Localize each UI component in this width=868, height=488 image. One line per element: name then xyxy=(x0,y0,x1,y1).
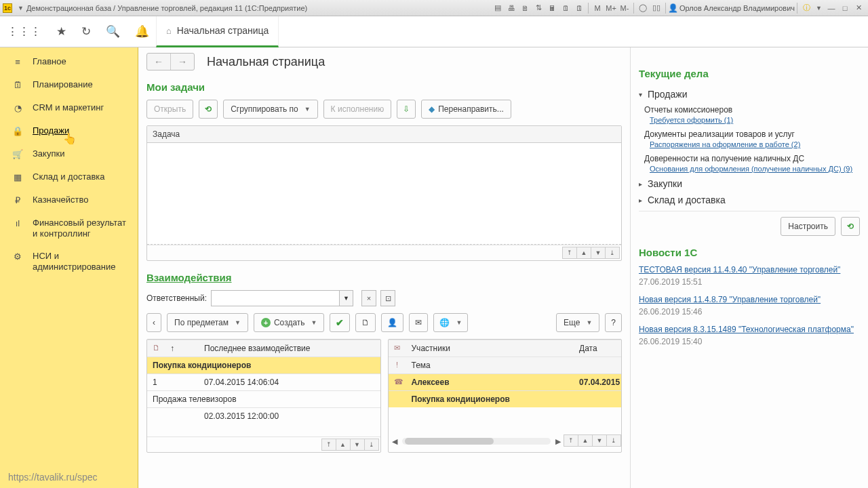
apps-icon[interactable]: ⋮⋮⋮ xyxy=(7,24,41,39)
book-icon[interactable]: ▯▯ xyxy=(650,2,663,14)
sidebar-item-warehouse[interactable]: ▦Склад и доставка xyxy=(0,165,138,188)
m-btn[interactable]: M xyxy=(591,2,604,14)
clear-button[interactable]: × xyxy=(361,290,376,306)
user-name[interactable]: Орлов Александр Владимирович xyxy=(679,4,795,12)
mail-button[interactable]: ✉ xyxy=(409,313,428,332)
scroll-top-button[interactable]: ⤒ xyxy=(564,434,578,447)
m-plus-btn[interactable]: M+ xyxy=(605,2,617,14)
info-chevron-icon[interactable]: ▼ xyxy=(816,5,822,12)
col-participants[interactable]: Участники xyxy=(406,340,574,357)
maximize-icon[interactable]: □ xyxy=(839,2,851,14)
refresh-affairs-button[interactable]: ⟲ xyxy=(841,217,860,236)
help-button[interactable]: ? xyxy=(605,313,622,332)
calc-icon[interactable]: 🖩 xyxy=(546,2,558,14)
affairs-link[interactable]: Требуется оформить (1) xyxy=(639,115,860,127)
col-subject[interactable]: Тема xyxy=(406,357,622,373)
tab-home[interactable]: ⌂ Начальная страница xyxy=(156,16,279,47)
scroll-up-button[interactable]: ▲ xyxy=(576,247,591,259)
col-last[interactable]: Последнее взаимодействие xyxy=(199,340,380,357)
bell-icon[interactable]: 🔔 xyxy=(135,24,149,39)
sidebar-item-finance[interactable]: ılФинансовый результат и контроллинг xyxy=(0,211,138,245)
toolbar-icon[interactable]: ▤ xyxy=(492,2,504,14)
calendar-icon: 🗓 xyxy=(12,80,23,90)
minimize-icon[interactable]: — xyxy=(825,2,837,14)
forward-button[interactable]: ◆Перенаправить... xyxy=(421,100,511,119)
scroll-down-button[interactable]: ▼ xyxy=(591,247,606,259)
interactions-title[interactable]: Взаимодействия xyxy=(146,272,622,283)
info-icon[interactable]: ⓘ xyxy=(800,2,812,14)
close-icon[interactable]: ✕ xyxy=(852,2,865,14)
more-button[interactable]: Еще▼ xyxy=(556,313,599,332)
scroll-bottom-button[interactable]: ⤓ xyxy=(606,434,621,447)
col-sort[interactable]: ↑ xyxy=(165,340,199,357)
scroll-top-button[interactable]: ⤒ xyxy=(562,247,577,259)
create-button[interactable]: +Создать▼ xyxy=(254,313,325,332)
doc-icon[interactable]: 🗎 xyxy=(519,2,531,14)
tasks-body[interactable] xyxy=(147,143,621,245)
by-subject-button[interactable]: По предметам▼ xyxy=(167,313,248,332)
col-date[interactable]: Дата xyxy=(574,340,621,357)
nav-forward-button[interactable]: → xyxy=(171,54,194,70)
news-link[interactable]: ТЕСТОВАЯ версия 11.4.9.40 "Управление то… xyxy=(639,265,840,274)
responsible-dropdown[interactable]: ▼ xyxy=(340,290,353,306)
scroll-up-button[interactable]: ▲ xyxy=(578,434,593,447)
col-priority-icon[interactable]: ! xyxy=(389,357,406,373)
ruble-icon: ₽ xyxy=(12,195,23,205)
scroll-top-button[interactable]: ⤒ xyxy=(321,439,336,451)
table-row[interactable]: 1 07.04.2015 14:06:04 xyxy=(147,373,380,390)
open-button[interactable]: Открыть xyxy=(146,100,193,119)
affairs-link[interactable]: Основания для оформления (получение нали… xyxy=(639,163,860,176)
configure-button[interactable]: Настроить xyxy=(781,217,835,236)
table-row[interactable]: ☎ Алексеев 07.04.2015 xyxy=(389,373,622,390)
sidebar-item-sales[interactable]: 🔒Продажи xyxy=(0,119,138,142)
compare-icon[interactable]: ⇅ xyxy=(532,2,545,14)
affairs-group-purchases[interactable]: ▸Закупки xyxy=(639,176,860,192)
affairs-link[interactable]: Распоряжения на оформление в работе (2) xyxy=(639,139,860,151)
col-type-icon[interactable]: ✉ xyxy=(389,340,406,357)
affairs-group-warehouse[interactable]: ▸Склад и доставка xyxy=(639,192,860,208)
table-row[interactable]: Продажа телевизоров xyxy=(147,390,380,407)
filter-button[interactable]: ⇩ xyxy=(397,100,416,119)
table-row[interactable]: Покупка кондиционеров xyxy=(147,357,380,373)
person-button[interactable]: 👤 xyxy=(381,313,403,332)
print-icon[interactable]: 🖶 xyxy=(505,2,517,14)
refresh-button[interactable]: ⟲ xyxy=(199,100,218,119)
group-button[interactable]: Сгруппировать по▼ xyxy=(223,100,317,119)
doc-button[interactable]: 🗋 xyxy=(355,313,376,332)
table-row[interactable]: 02.03.2015 12:00:00 xyxy=(147,407,380,424)
sidebar-item-purchases[interactable]: 🛒Закупки xyxy=(0,142,138,165)
calendar2-icon[interactable]: 🗓 xyxy=(573,2,585,14)
chevron-right-icon: ▸ xyxy=(639,180,642,188)
scroll-bottom-button[interactable]: ⤓ xyxy=(605,247,620,259)
globe-button[interactable]: 🌐▼ xyxy=(433,313,468,332)
sidebar-item-crm[interactable]: ◔CRM и маркетинг xyxy=(0,96,138,119)
table-row[interactable]: Покупка кондиционеров xyxy=(389,390,622,407)
affairs-group-sales[interactable]: ▾Продажи xyxy=(639,86,860,102)
news-link[interactable]: Новая версия 11.4.8.79 "Управление торго… xyxy=(639,295,821,304)
h-scrollbar[interactable]: ◀▶ xyxy=(389,434,565,448)
back-button[interactable]: ‹ xyxy=(146,313,161,332)
nav-back-icon[interactable]: ◯ xyxy=(637,2,649,14)
m-minus-btn[interactable]: M- xyxy=(618,2,631,14)
scroll-down-button[interactable]: ▼ xyxy=(350,439,365,451)
search-icon[interactable]: 🔍 xyxy=(106,24,120,39)
star-icon[interactable]: ★ xyxy=(56,24,66,39)
sidebar-item-planning[interactable]: 🗓Планирование xyxy=(0,73,138,96)
todo-button[interactable]: К исполнению xyxy=(323,100,392,119)
nav-back-button[interactable]: ← xyxy=(147,54,171,70)
col-task[interactable]: Задача xyxy=(147,126,185,142)
history-icon[interactable]: ↻ xyxy=(81,24,91,39)
responsible-input[interactable] xyxy=(211,290,340,306)
pick-button[interactable]: ⊡ xyxy=(380,290,395,306)
scroll-bottom-button[interactable]: ⤓ xyxy=(364,439,379,451)
sidebar-item-main[interactable]: ≡Главное xyxy=(0,50,138,73)
calendar-icon[interactable]: 🗓 xyxy=(559,2,572,14)
sidebar-item-admin[interactable]: ⚙НСИ и администрирование xyxy=(0,245,138,278)
chevron-down-icon[interactable]: ▼ xyxy=(18,5,24,12)
news-link[interactable]: Новая версия 8.3.15.1489 "Технологическа… xyxy=(639,325,854,334)
col-icon[interactable]: 🗋 xyxy=(147,340,165,357)
check-button[interactable]: ✔ xyxy=(330,313,350,332)
scroll-up-button[interactable]: ▲ xyxy=(336,439,351,451)
scroll-down-button[interactable]: ▼ xyxy=(592,434,607,447)
sidebar-item-treasury[interactable]: ₽Казначейство xyxy=(0,188,138,211)
